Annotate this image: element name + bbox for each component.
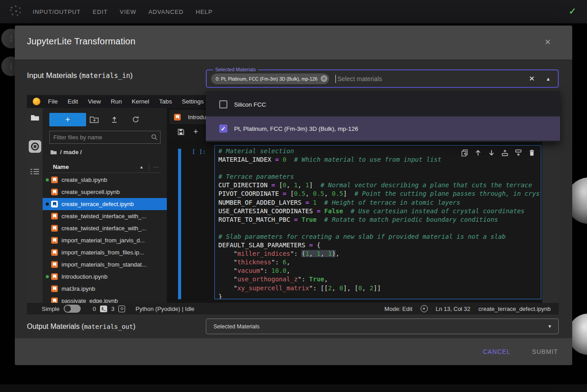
simple-mode-toggle[interactable]	[64, 305, 81, 313]
status-bar-right: Mode: Edit × Ln 13, Col 32 create_terrac…	[384, 303, 551, 314]
checkbox-checked-icon[interactable]: ✓	[219, 125, 227, 133]
output-materials-label-close: )	[133, 323, 135, 330]
kernel-status-text[interactable]: Python (Pyodide) | Idle	[135, 306, 194, 312]
material-option[interactable]: Silicon FCC	[206, 92, 560, 116]
refresh-icon[interactable]	[132, 116, 139, 125]
jupyter-status-bar: Simple 0 $_ 3 Python (Pyodide) | Idle Mo…	[27, 303, 559, 314]
code-line: # Terrace parameters	[218, 173, 541, 181]
accessibility-icon[interactable]: ×	[421, 305, 428, 312]
top-menu-bar: INPUT/OUTPUTEDITVIEWADVANCEDHELP ✓	[0, 0, 587, 23]
mat3ra-logo-icon[interactable]	[11, 7, 13, 9]
notebook-icon	[51, 261, 58, 268]
cancel-button[interactable]: CANCEL	[483, 348, 511, 355]
confirm-check-icon[interactable]: ✓	[569, 6, 576, 17]
chevron-down-icon: ▼	[548, 319, 552, 334]
checkbox-icon[interactable]	[219, 100, 227, 108]
kernel-icon[interactable]	[118, 306, 125, 312]
file-list-item[interactable]: import_material_from_jarvis_d...	[43, 234, 167, 246]
file-list-item[interactable]: import_materials_from_standat...	[43, 258, 167, 271]
breadcrumb[interactable]: / made /	[50, 149, 82, 155]
collapse-dropdown-icon[interactable]: ▲	[546, 76, 551, 82]
code-editor[interactable]: # Material selectionMATERIAL_INDEX = 0 #…	[215, 146, 541, 299]
move-up-icon[interactable]	[474, 149, 482, 156]
no-dot	[46, 287, 49, 290]
file-list-item[interactable]: mat3ra.ipynb	[43, 283, 167, 295]
clear-selection-icon[interactable]: ×	[529, 73, 535, 84]
new-launcher-button[interactable]: +	[49, 113, 86, 126]
save-icon[interactable]	[178, 129, 184, 135]
jupyter-menu-file[interactable]: File	[48, 98, 58, 105]
terminal-icon[interactable]: $_	[100, 306, 107, 312]
insert-cell-above-icon[interactable]	[501, 149, 509, 156]
notebook-icon	[51, 189, 58, 195]
table-of-contents-tab[interactable]	[30, 168, 39, 176]
file-list-header[interactable]: Name ▲ ⋯	[49, 161, 161, 173]
output-materials-select[interactable]: Selected Materials ▼	[206, 319, 559, 334]
material-chip[interactable]: 0: Pt, Platinum, FCC (Fm-3m) 3D (Bulk), …	[211, 73, 329, 84]
sort-ascending-icon: ▲	[139, 165, 143, 169]
material-option-label: Silicon FCC	[234, 101, 266, 108]
left-sidebar-strip	[27, 108, 43, 303]
file-list-item[interactable]: passivate_edge.ipynb	[43, 295, 167, 303]
selected-materials-combobox[interactable]: Selected Materials 0: Pt, Platinum, FCC …	[206, 69, 559, 88]
notebook-icon	[51, 225, 58, 232]
chip-remove-icon[interactable]: ×	[321, 75, 327, 82]
cell-collapser-bar[interactable]	[178, 149, 181, 299]
duplicate-cell-icon[interactable]	[461, 149, 468, 156]
code-cell[interactable]: # Material selectionMATERIAL_INDEX = 0 #…	[214, 145, 541, 299]
topbar-menu-help[interactable]: HELP	[196, 9, 213, 15]
jupyter-menu-tabs[interactable]: Tabs	[159, 98, 172, 105]
new-folder-icon[interactable]	[90, 116, 99, 125]
file-list-item[interactable]: create_terrace_defect.ipynb	[43, 198, 167, 210]
jupyter-menu-view[interactable]: View	[88, 98, 101, 105]
file-list-item[interactable]: Introduction.ipynb	[43, 271, 167, 283]
select-materials-input[interactable]: Select materials	[337, 75, 382, 82]
move-down-icon[interactable]	[488, 149, 495, 156]
file-name: create_twisted_interface_with_...	[61, 225, 146, 232]
topbar-menu-input-output[interactable]: INPUT/OUTPUT	[33, 9, 81, 15]
jupyter-menu-edit[interactable]: Edit	[68, 98, 78, 105]
topbar-menu-view[interactable]: VIEW	[120, 9, 136, 15]
terminals-count: 0	[93, 306, 96, 312]
jupyter-menu-run[interactable]: Run	[111, 98, 122, 105]
file-list-item[interactable]: create_twisted_interface_with_...	[43, 222, 167, 234]
jupyter-menu-settings[interactable]: Settings	[182, 98, 204, 105]
dialog-footer: CANCEL SUBMIT	[15, 338, 572, 365]
file-list-item[interactable]: create_supercell.ipynb	[43, 186, 167, 198]
file-name: import_materials_from_standat...	[61, 261, 147, 268]
file-list-item[interactable]: create_slab.ipynb	[43, 174, 167, 186]
running-dot	[46, 178, 49, 181]
notebook-icon	[51, 177, 58, 183]
delete-cell-icon[interactable]	[528, 149, 535, 156]
cursor-position-text[interactable]: Ln 13, Col 32	[436, 306, 470, 312]
file-browser-tab[interactable]	[30, 114, 39, 121]
kernel-sessions-count: 3	[111, 306, 114, 312]
code-line	[218, 224, 541, 233]
material-option[interactable]: ✓Pt, Platinum, FCC (Fm-3m) 3D (Bulk), mp…	[206, 116, 560, 141]
material-chip-label: 0: Pt, Platinum, FCC (Fm-3m) 3D (Bulk), …	[216, 76, 317, 82]
insert-cell-below-icon[interactable]	[515, 149, 522, 156]
add-cell-icon[interactable]: +	[193, 127, 198, 137]
output-materials-variable: materials_out	[84, 323, 133, 330]
filter-files-input[interactable]	[49, 131, 161, 144]
upload-icon[interactable]	[111, 116, 118, 125]
running-kernels-tab[interactable]	[29, 140, 41, 153]
folder-icon	[50, 150, 57, 155]
jupyter-menu-kernel[interactable]: Kernel	[132, 98, 149, 105]
code-line: "xy_supercell_matrix": [[2, 0], [0, 2]]	[218, 284, 541, 293]
dialog-header: JupyterLite Transformation ×	[15, 26, 572, 60]
file-browser-panel: + / made /	[43, 108, 167, 303]
file-list-item[interactable]: create_twisted_interface_with_...	[43, 210, 167, 222]
code-line: DEFAULT_SLAB_PARAMETERS = {	[218, 241, 541, 250]
running-dot	[46, 275, 49, 278]
code-line: "miller_indices": (1, 1, 1),	[218, 250, 541, 258]
topbar-menu-edit[interactable]: EDIT	[93, 9, 108, 15]
input-materials-label-close: )	[130, 71, 133, 80]
code-line: "vacuum": 10.0,	[218, 267, 541, 276]
notebook-icon	[51, 285, 58, 292]
no-dot	[46, 227, 49, 230]
file-list-item[interactable]: import_materials_from_files.ip...	[43, 246, 167, 258]
submit-button[interactable]: SUBMIT	[532, 348, 558, 355]
topbar-menu-advanced[interactable]: ADVANCED	[148, 9, 183, 15]
close-icon[interactable]: ×	[545, 36, 551, 48]
